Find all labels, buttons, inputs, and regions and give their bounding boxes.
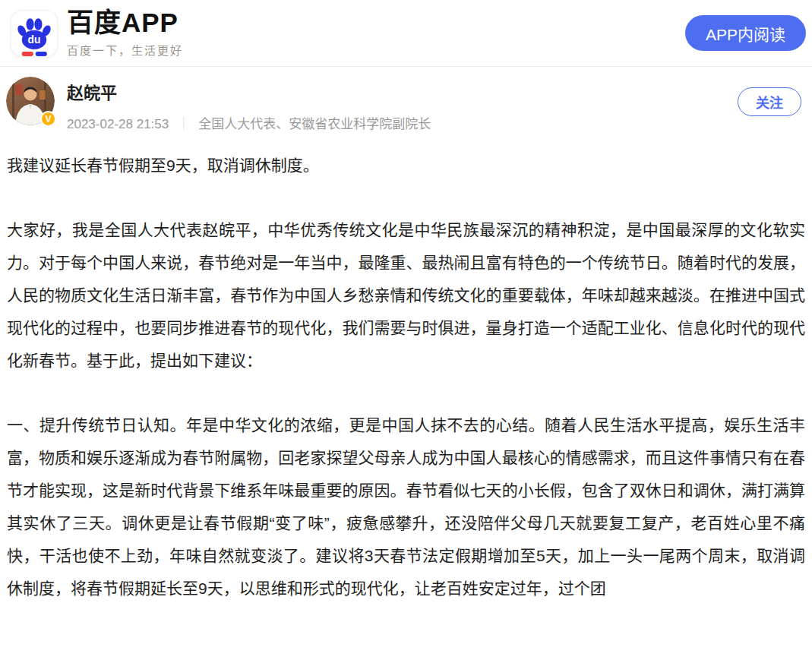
- follow-button[interactable]: 关注: [738, 87, 801, 116]
- author-name[interactable]: 赵皖平: [67, 79, 738, 103]
- author-section: V 赵皖平 2023-02-28 21:53｜全国人大代表、安徽省农业科学院副院…: [0, 67, 812, 149]
- brand-title: 百度APP: [67, 8, 183, 38]
- article-body: 我建议延长春节假期至9天，取消调休制度。 大家好，我是全国人大代表赵皖平，中华优…: [0, 149, 812, 605]
- svg-text:du: du: [28, 34, 41, 46]
- article-paragraph-1: 我建议延长春节假期至9天，取消调休制度。: [7, 149, 805, 182]
- author-meta: 2023-02-28 21:53｜全国人大代表、安徽省农业科学院副院长: [67, 113, 738, 132]
- read-in-app-button[interactable]: APP内阅读: [685, 15, 806, 51]
- brand-text: 百度APP 百度一下，生活更好: [67, 8, 183, 58]
- author-title: 全国人大代表、安徽省农业科学院副院长: [198, 117, 431, 131]
- author-info: 赵皖平 2023-02-28 21:53｜全国人大代表、安徽省农业科学院副院长: [67, 77, 738, 132]
- avatar[interactable]: V: [6, 77, 55, 125]
- publish-timestamp: 2023-02-28 21:53: [67, 117, 169, 131]
- page: du 百度APP 百度一下，生活更好 APP内阅读: [0, 0, 812, 663]
- baidu-paw-icon: du: [11, 10, 58, 57]
- baidu-logo[interactable]: du 百度APP 百度一下，生活更好: [11, 8, 183, 58]
- header: du 百度APP 百度一下，生活更好 APP内阅读: [0, 0, 812, 67]
- article-paragraph-2: 大家好，我是全国人大代表赵皖平，中华优秀传统文化是中华民族最深沉的精神积淀，是中…: [7, 213, 805, 377]
- verified-badge-icon: V: [40, 111, 56, 127]
- article-paragraph-3: 一、提升传统节日认知。年是中华文化的浓缩，更是中国人抹不去的心结。随着人民生活水…: [7, 409, 805, 605]
- meta-divider: ｜: [177, 117, 190, 131]
- brand-tagline: 百度一下，生活更好: [67, 42, 183, 58]
